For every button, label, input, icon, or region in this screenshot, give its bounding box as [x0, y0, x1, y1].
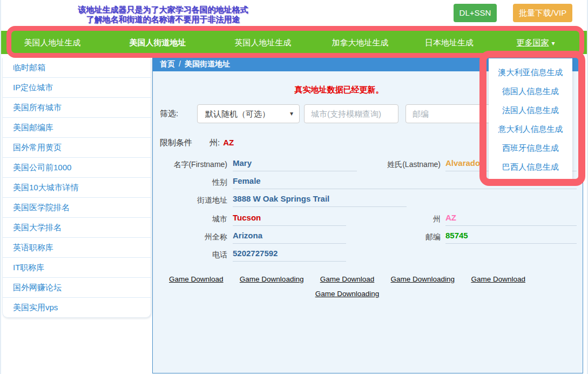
- phone-label: 电话: [153, 250, 227, 260]
- page: 该地址生成器只是为了大家学习各国的地址格式 了解地名和街道的名称请不要用于非法用…: [0, 0, 588, 374]
- zip-search-input[interactable]: [405, 104, 495, 123]
- dropdown-item-spain[interactable]: 西班牙信息生成: [489, 138, 572, 157]
- sidebar-item-ip-city[interactable]: IP定位城市: [3, 78, 151, 98]
- firstname-value: Mary: [233, 158, 357, 171]
- city-search-input[interactable]: [304, 104, 398, 123]
- breadcrumb-current: 美国街道地址: [185, 59, 230, 68]
- sidebar-item-medschool-rank[interactable]: 美国医学院排名: [3, 198, 151, 218]
- zip-label: 邮编: [358, 232, 441, 242]
- state-label: 州: [358, 215, 441, 224]
- dropdown-item-australia[interactable]: 澳大利亚信息生成: [489, 63, 572, 82]
- sidebar-item-temp-mail[interactable]: 临时邮箱: [3, 58, 151, 78]
- gender-label: 性别: [153, 178, 227, 188]
- sidebar-item-english-titles[interactable]: 英语职称库: [3, 238, 151, 258]
- nav-japan-address[interactable]: 日本地址生成: [425, 31, 474, 54]
- game-download-link-1[interactable]: Game Download: [169, 275, 224, 283]
- dropdown-item-france[interactable]: 法国人信息生成: [489, 101, 572, 119]
- game-links-row2: Game Downloading: [169, 289, 525, 298]
- nav-us-street-address[interactable]: 美国人街道地址: [130, 31, 186, 54]
- form-row-street: 街道地址 3888 W Oak Springs Trail: [153, 194, 583, 210]
- site-warning-text: 该地址生成器只是为了大家学习各国的地址格式 了解地名和街道的名称请不要用于非法用…: [55, 5, 271, 24]
- random-mode-select[interactable]: 默认随机（可选） ▾: [197, 104, 300, 123]
- game-download-link-3[interactable]: Game Download: [320, 275, 375, 283]
- zip-value: 85745: [445, 231, 577, 244]
- state-full-value: Arizona: [233, 231, 346, 244]
- street-label: 街道地址: [153, 196, 227, 205]
- more-countries-dropdown: 澳大利亚信息生成 德国人信息生成 法国人信息生成 意大利人信息生成 西班牙信息生…: [489, 58, 572, 179]
- street-value: 3888 W Oak Springs Trail: [233, 194, 407, 207]
- dropdown-item-brazil[interactable]: 巴西人信息生成: [489, 157, 572, 176]
- sidebar-item-top1000-company[interactable]: 美国公司前1000: [3, 158, 151, 178]
- sidebar-item-forum[interactable]: 国外网赚论坛: [3, 278, 151, 298]
- restriction-state-value: AZ: [223, 138, 234, 147]
- sidebar-item-top10-cities[interactable]: 美国10大城市详情: [3, 178, 151, 198]
- dl-ssn-button[interactable]: DL+SSN: [454, 4, 497, 22]
- city-label: 城市: [153, 215, 227, 224]
- random-mode-select-value: 默认随机（可选）: [205, 109, 270, 118]
- breadcrumb-separator: /: [179, 59, 181, 68]
- state-full-label: 州全称: [153, 232, 227, 242]
- sidebar: 临时邮箱 IP定位城市 美国所有城市 美国邮编库 国外常用黄页 美国公司前100…: [2, 58, 151, 318]
- nav-canada-address[interactable]: 加拿大地址生成: [332, 31, 389, 54]
- caret-down-icon: ▾: [551, 32, 555, 55]
- sidebar-item-university-rank[interactable]: 美国大学排名: [3, 218, 151, 238]
- city-value: Tucson: [233, 213, 346, 226]
- sidebar-item-us-zipcodes[interactable]: 美国邮编库: [3, 118, 151, 138]
- sidebar-item-us-cities[interactable]: 美国所有城市: [3, 98, 151, 118]
- breadcrumb-home[interactable]: 首页: [160, 59, 175, 68]
- nav-more-countries-label: 更多国家: [516, 38, 549, 47]
- warning-line-2: 了解地名和街道的名称请不要用于非法用途: [55, 15, 271, 24]
- form-row-statefull-zip: 州全称 Arizona 邮编 85745: [153, 231, 583, 247]
- game-downloading-link-4[interactable]: Game Downloading: [391, 275, 455, 283]
- firstname-label: 名字(Firstname): [153, 160, 227, 170]
- main-navbar: 美国人地址生成 美国人街道地址 英国人地址生成 加拿大地址生成 日本地址生成 更…: [1, 31, 588, 54]
- restriction-label: 限制条件: [160, 138, 192, 147]
- nav-uk-address[interactable]: 英国人地址生成: [235, 31, 292, 54]
- sidebar-item-us-vps[interactable]: 美国实用vps: [3, 298, 151, 318]
- filter-label: 筛选:: [160, 109, 178, 119]
- update-notice: 真实地址数据已经更新。: [153, 85, 525, 95]
- phone-value: 5202727592: [233, 249, 346, 262]
- form-row-phone: 电话 5202727592: [153, 249, 583, 265]
- dropdown-item-germany[interactable]: 德国人信息生成: [489, 82, 572, 101]
- batch-download-vip-button[interactable]: 批量下载/VIP: [513, 4, 572, 22]
- caret-down-icon: ▾: [290, 105, 293, 123]
- nav-more-countries[interactable]: 更多国家▾: [516, 31, 555, 55]
- sidebar-item-it-titles[interactable]: IT职称库: [3, 258, 151, 278]
- state-value: AZ: [445, 213, 577, 226]
- game-downloading-link-2[interactable]: Game Downloading: [240, 275, 304, 283]
- lastname-label: 姓氏(Lastname): [358, 160, 441, 170]
- restriction-field-label: 州:: [209, 138, 220, 147]
- game-downloading-link-6[interactable]: Game Downloading: [315, 290, 380, 298]
- game-download-link-5[interactable]: Game Download: [471, 275, 525, 283]
- nav-us-address[interactable]: 美国人地址生成: [24, 31, 81, 54]
- warning-line-1: 该地址生成器只是为了大家学习各国的地址格式: [55, 5, 271, 15]
- sidebar-item-yellow-pages[interactable]: 国外常用黄页: [3, 138, 151, 158]
- form-row-city-state: 城市 Tucson 州 AZ: [153, 213, 583, 229]
- dropdown-item-italy[interactable]: 意大利人信息生成: [489, 119, 572, 138]
- restriction-row: 限制条件州:AZ: [160, 138, 234, 148]
- game-links-row1: Game Download Game Downloading Game Down…: [169, 275, 525, 283]
